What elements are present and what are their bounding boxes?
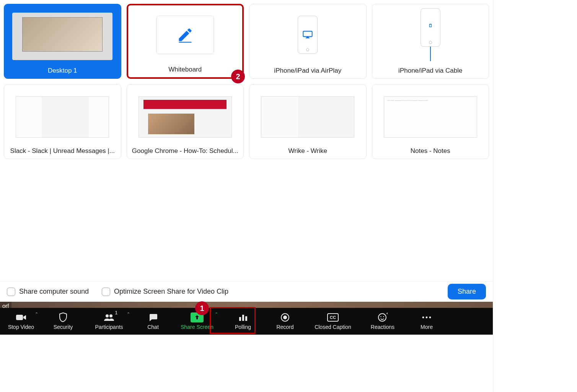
- toolbar-record[interactable]: Record: [264, 308, 306, 335]
- annotation-badge-1: 1: [195, 301, 209, 315]
- checkbox-share-sound[interactable]: Share computer sound: [7, 288, 89, 296]
- toolbar-label: Polling: [235, 324, 251, 330]
- desktop-thumbnail: [4, 4, 121, 65]
- toolbar-participants[interactable]: 1 ⌃ Participants: [84, 308, 134, 335]
- toolbar-chat[interactable]: Chat: [134, 308, 172, 335]
- tile-label: Google Chrome - How-To: Schedul...: [127, 146, 244, 155]
- chevron-up-icon[interactable]: ⌃: [215, 312, 218, 317]
- checkbox-box[interactable]: [102, 288, 110, 296]
- svg-text:CC: CC: [330, 315, 336, 320]
- svg-rect-1: [303, 31, 312, 37]
- toolbar-label: More: [421, 324, 433, 330]
- share-option-wrike[interactable]: Wrike - Wrike: [249, 84, 367, 159]
- wrike-thumbnail: [261, 96, 354, 138]
- tile-label: Desktop 1: [4, 65, 121, 75]
- chevron-up-icon[interactable]: ⌃: [35, 312, 38, 317]
- svg-point-20: [426, 317, 428, 319]
- svg-rect-8: [239, 317, 241, 321]
- svg-point-15: [378, 314, 386, 321]
- svg-point-12: [283, 316, 287, 319]
- toolbar-label: Share Screen: [181, 324, 214, 330]
- more-horizontal-icon: [421, 312, 432, 322]
- checkbox-label: Share computer sound: [19, 288, 89, 296]
- toolbar-label: Chat: [147, 324, 159, 330]
- cable-line: [430, 46, 431, 61]
- toolbar-label: Stop Video: [8, 324, 34, 330]
- toolbar-label: Security: [54, 324, 73, 330]
- airplay-icon: [302, 30, 313, 39]
- airplay-thumbnail: [249, 4, 366, 65]
- toolbar-more[interactable]: More: [406, 308, 448, 335]
- participants-icon: [103, 312, 115, 322]
- pencil-icon: [177, 26, 194, 43]
- share-button[interactable]: Share: [448, 284, 486, 299]
- plug-icon: [427, 24, 434, 31]
- tile-label: Whiteboard: [128, 64, 243, 73]
- share-option-slack[interactable]: Slack - Slack | Unread Messages |...: [4, 84, 121, 159]
- chrome-thumbnail: [139, 96, 232, 138]
- tile-label: Slack - Slack | Unread Messages |...: [4, 146, 121, 155]
- tile-label: iPhone/iPad via Cable: [372, 65, 489, 75]
- svg-point-6: [106, 314, 109, 317]
- svg-point-16: [380, 316, 381, 317]
- share-screen-panel: Desktop 1 Whiteboard: [0, 0, 493, 302]
- record-icon: [280, 312, 290, 322]
- toolbar-label: Closed Caption: [315, 324, 351, 330]
- share-options-grid: Desktop 1 Whiteboard: [4, 4, 489, 159]
- chat-bubble-icon: [148, 312, 158, 322]
- notes-thumbnail: ▯▯▯▯ ▯▯▯▯▯ ▯▯▯ ▯▯▯▯▯▯ ▯▯▯▯ ▯▯▯ ▯▯▯▯▯ ▯▯▯…: [384, 96, 477, 138]
- video-camera-icon: [16, 312, 26, 322]
- toolbar-label: Record: [276, 324, 293, 330]
- share-footer-options: Share computer sound Optimize Screen Sha…: [0, 281, 493, 302]
- svg-rect-2: [429, 24, 431, 27]
- svg-rect-9: [242, 315, 244, 321]
- toolbar-security[interactable]: Security: [42, 308, 84, 335]
- share-option-cable[interactable]: iPhone/iPad via Cable: [372, 4, 489, 79]
- toolbar-stop-video[interactable]: ⌃ Stop Video: [0, 308, 42, 335]
- checkbox-optimize-video-clip[interactable]: Optimize Screen Share for Video Clip: [102, 288, 228, 296]
- checkbox-box[interactable]: [7, 288, 15, 296]
- shield-icon: [59, 312, 68, 322]
- svg-rect-10: [245, 316, 247, 321]
- annotation-badge-2: 2: [231, 70, 245, 83]
- closed-caption-icon: CC: [327, 312, 339, 322]
- smiley-icon: +: [378, 312, 388, 322]
- bar-chart-icon: [238, 312, 248, 322]
- share-option-chrome[interactable]: Google Chrome - How-To: Schedul...: [127, 84, 244, 159]
- tile-label: Notes - Notes: [372, 146, 489, 155]
- share-option-desktop-1[interactable]: Desktop 1: [4, 4, 121, 79]
- share-option-notes[interactable]: ▯▯▯▯ ▯▯▯▯▯ ▯▯▯ ▯▯▯▯▯▯ ▯▯▯▯ ▯▯▯ ▯▯▯▯▯ ▯▯▯…: [372, 84, 489, 159]
- svg-point-17: [383, 316, 384, 317]
- slack-thumbnail: [16, 96, 109, 138]
- svg-point-21: [429, 317, 431, 319]
- participants-count: 1: [115, 310, 118, 316]
- svg-rect-0: [179, 42, 191, 42]
- svg-point-7: [109, 314, 112, 317]
- tile-label: iPhone/iPad via AirPlay: [249, 65, 366, 75]
- toolbar-closed-caption[interactable]: CC Closed Caption: [306, 308, 360, 335]
- page-margin: [493, 0, 577, 392]
- tile-label: Wrike - Wrike: [249, 146, 366, 155]
- chevron-up-icon[interactable]: ⌃: [127, 312, 130, 317]
- share-option-airplay[interactable]: iPhone/iPad via AirPlay: [249, 4, 367, 79]
- svg-rect-5: [16, 315, 23, 320]
- toolbar-reactions[interactable]: + Reactions: [360, 308, 406, 335]
- cable-thumbnail: [372, 4, 489, 65]
- meeting-toolbar: ⌃ Stop Video Security 1 ⌃ Participants C…: [0, 308, 493, 335]
- whiteboard-thumbnail: [128, 5, 243, 64]
- toolbar-label: Participants: [95, 324, 123, 330]
- toolbar-label: Reactions: [371, 324, 394, 330]
- svg-point-19: [422, 317, 424, 319]
- toolbar-polling[interactable]: Polling: [222, 308, 264, 335]
- checkbox-label: Optimize Screen Share for Video Clip: [114, 288, 228, 296]
- svg-text:+: +: [386, 312, 388, 316]
- share-option-whiteboard[interactable]: Whiteboard: [127, 4, 244, 79]
